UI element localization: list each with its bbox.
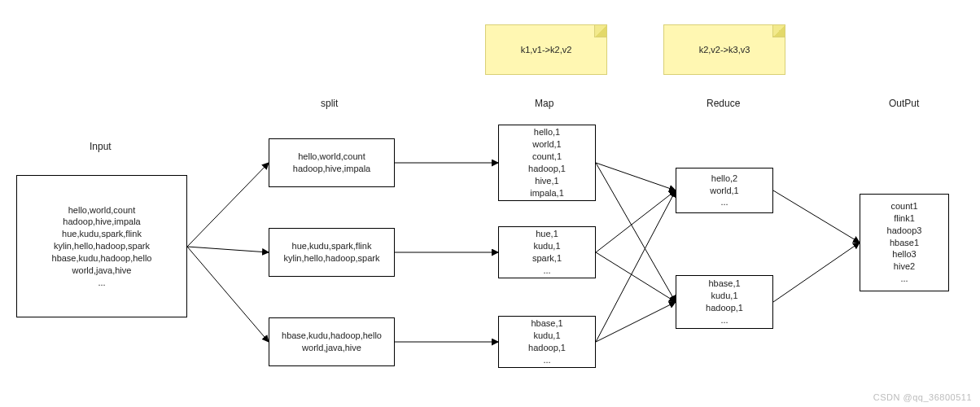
map-line: kudu,1: [533, 240, 560, 252]
reduce-line: ...: [720, 196, 728, 208]
map-line: hadoop,1: [528, 342, 566, 354]
note-reduce-transform: k2,v2->k3,v3: [663, 24, 785, 75]
map-line: hadoop,1: [528, 163, 566, 175]
svg-line-10: [596, 190, 676, 342]
map-line: impala,1: [530, 187, 564, 199]
note-map-text: k1,v1->k2,v2: [521, 45, 572, 55]
input-line: hadoop,hive,impala: [63, 216, 140, 228]
label-map: Map: [535, 98, 553, 109]
split-line: hadoop,hive,impala: [293, 163, 370, 175]
svg-line-9: [596, 252, 676, 302]
map-box-1: hello,1 world,1 count,1 hadoop,1 hive,1 …: [498, 125, 596, 201]
note-map-transform: k1,v1->k2,v2: [485, 24, 607, 75]
label-output: OutPut: [889, 98, 919, 109]
output-line: count1: [890, 200, 917, 212]
map-line: ...: [543, 265, 550, 277]
output-box: count1 flink1 hadoop3 hbase1 hello3 hive…: [860, 194, 949, 291]
reduce-line: kudu,1: [711, 290, 737, 302]
split-line: world,java,hive: [302, 342, 361, 354]
svg-line-2: [187, 247, 269, 342]
reduce-box-2: hbase,1 kudu,1 hadoop,1 ...: [676, 275, 773, 329]
reduce-line: hello,2: [711, 173, 737, 185]
map-line: spark,1: [532, 252, 562, 265]
label-reduce: Reduce: [707, 98, 740, 109]
svg-line-0: [187, 163, 269, 247]
map-line: kudu,1: [533, 330, 560, 342]
svg-line-7: [596, 163, 676, 302]
svg-line-13: [773, 243, 860, 302]
input-line: ...: [98, 277, 105, 289]
svg-line-1: [187, 247, 269, 252]
map-box-3: hbase,1 kudu,1 hadoop,1 ...: [498, 316, 596, 368]
split-box-3: hbase,kudu,hadoop,hello world,java,hive: [269, 317, 395, 366]
reduce-box-1: hello,2 world,1 ...: [676, 168, 773, 213]
reduce-line: world,1: [710, 185, 738, 197]
map-line: world,1: [532, 138, 561, 151]
split-line: kylin,hello,hadoop,spark: [283, 252, 379, 265]
map-line: hello,1: [534, 126, 560, 138]
reduce-line: hadoop,1: [706, 302, 743, 314]
diagram-canvas: Input split Map Reduce OutPut k1,v1->k2,…: [0, 0, 980, 407]
input-line: hbase,kudu,hadoop,hello: [52, 252, 152, 265]
svg-line-11: [596, 302, 676, 342]
svg-line-12: [773, 190, 860, 243]
map-box-2: hue,1 kudu,1 spark,1 ...: [498, 226, 596, 278]
note-fold-icon: [594, 25, 606, 37]
input-line: kylin,hello,hadoop,spark: [54, 240, 150, 252]
reduce-line: hbase,1: [708, 278, 740, 290]
reduce-line: ...: [720, 314, 728, 326]
svg-line-6: [596, 163, 676, 190]
input-box: hello,world,count hadoop,hive,impala hue…: [16, 175, 187, 317]
label-input: Input: [90, 141, 112, 152]
map-line: hbase,1: [531, 317, 562, 330]
label-split: split: [321, 98, 338, 109]
output-line: hbase1: [890, 237, 919, 249]
map-line: ...: [543, 354, 550, 366]
map-line: hue,1: [536, 228, 558, 240]
map-line: hive,1: [535, 175, 558, 187]
output-line: hive2: [894, 260, 915, 273]
split-box-1: hello,world,count hadoop,hive,impala: [269, 138, 395, 187]
output-line: flink1: [894, 212, 915, 225]
split-box-2: hue,kudu,spark,flink kylin,hello,hadoop,…: [269, 228, 395, 277]
output-line: ...: [900, 273, 908, 285]
split-line: hbase,kudu,hadoop,hello: [282, 330, 382, 342]
output-line: hadoop3: [887, 225, 922, 237]
output-line: hello3: [892, 248, 916, 260]
svg-line-8: [596, 190, 676, 252]
note-fold-icon: [772, 25, 785, 37]
input-line: hue,kudu,spark,flink: [62, 228, 142, 240]
watermark-text: CSDN @qq_36800511: [873, 392, 972, 402]
split-line: hue,kudu,spark,flink: [292, 240, 372, 252]
note-reduce-text: k2,v2->k3,v3: [699, 45, 750, 55]
map-line: count,1: [532, 151, 562, 163]
input-line: hello,world,count: [68, 204, 136, 217]
input-line: world,java,hive: [72, 265, 132, 277]
split-line: hello,world,count: [298, 151, 365, 163]
